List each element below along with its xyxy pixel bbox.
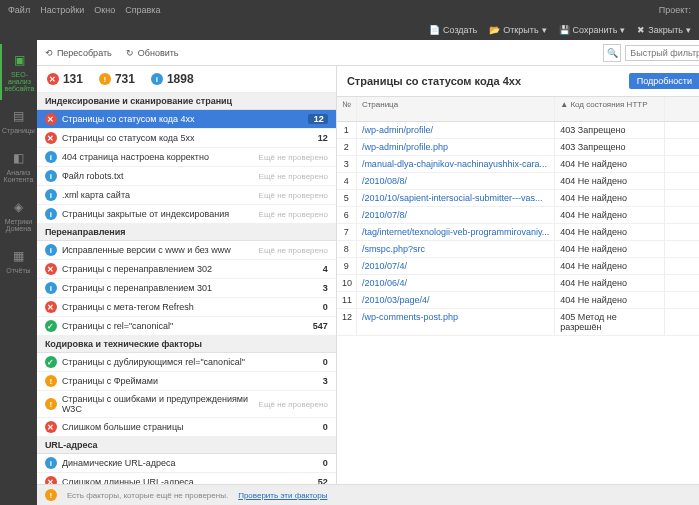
cell-url: /tag/internet/texnologii-veb-programmiro… (357, 224, 555, 240)
cell-n: 4 (337, 173, 357, 189)
cell-url: /2010/06/4/ (357, 275, 555, 291)
col-page[interactable]: Страница (357, 97, 555, 121)
page-link[interactable]: /wp-admin/profile.php (362, 142, 448, 152)
cell-status: 405 Метод не разрешён (555, 309, 665, 335)
create-button[interactable]: 📄 Создать (429, 25, 477, 35)
factor-row[interactable]: ✕Страницы со статусом кода 4xx12 (37, 110, 336, 129)
table-row[interactable]: 6 /2010/07/8/ 404 Не найдено 0 (337, 207, 699, 224)
rescan-icon: ⟲ (45, 48, 53, 58)
search-input[interactable] (625, 45, 699, 61)
table-row[interactable]: 7 /tag/internet/texnologii-veb-programmi… (337, 224, 699, 241)
factor-row[interactable]: i404 страница настроена корректноЕщё не … (37, 148, 336, 167)
page-link[interactable]: /2010/03/page/4/ (362, 295, 430, 305)
refresh-icon: ↻ (126, 48, 134, 58)
factor-row[interactable]: ✕Слишком большие страницы0 (37, 418, 336, 437)
factor-label: Страницы с мета-тегом Refresh (62, 302, 303, 312)
status-icon: ✓ (45, 320, 57, 332)
cell-n: 12 (337, 309, 357, 335)
file-toolbar: 📄 Создать 📂 Открыть ▾ 💾 Сохранить ▾ ✖ За… (0, 20, 699, 40)
sidebar-seo[interactable]: ▣SEO-анализ вебсайта (0, 44, 37, 100)
table-row[interactable]: 1 /wp-admin/profile/ 403 Запрещено 0 (337, 122, 699, 139)
table-row[interactable]: 10 /2010/06/4/ 404 Не найдено 0 (337, 275, 699, 292)
status-icon: i (45, 208, 57, 220)
sidebar-reports[interactable]: ▦Отчёты (0, 240, 37, 282)
factor-count: 3 (308, 376, 328, 386)
table-row[interactable]: 11 /2010/03/page/4/ 404 Не найдено 0 (337, 292, 699, 309)
sidebar: ▣SEO-анализ вебсайта ▤Страницы ◧Анализ К… (0, 40, 37, 505)
menu-window[interactable]: Окно (94, 5, 115, 15)
domain-icon: ◈ (10, 199, 26, 215)
sidebar-domain[interactable]: ◈Метрики Домена (0, 191, 37, 240)
table-row[interactable]: 3 /manual-dlya-chajnikov-nachinayushhix-… (337, 156, 699, 173)
open-button[interactable]: 📂 Открыть ▾ (489, 25, 546, 35)
factor-row[interactable]: iФайл robots.txtЕщё не проверено (37, 167, 336, 186)
cell-inlinks: 0 (665, 156, 699, 172)
not-checked-hint: Ещё не проверено (259, 172, 328, 181)
table-row[interactable]: 2 /wp-admin/profile.php 403 Запрещено 0 (337, 139, 699, 156)
page-link[interactable]: /2010/07/8/ (362, 210, 407, 220)
status-icon: i (45, 151, 57, 163)
warning-count: 731 (115, 72, 135, 86)
factor-row[interactable]: iДинамические URL-адреса0 (37, 454, 336, 473)
status-icon: ✕ (45, 301, 57, 313)
cell-status: 404 Не найдено (555, 224, 665, 240)
cell-inlinks: 0 (665, 173, 699, 189)
factor-count: 0 (308, 458, 328, 468)
col-n[interactable]: № (337, 97, 357, 121)
page-link[interactable]: /manual-dlya-chajnikov-nachinayushhix-ca… (362, 159, 547, 169)
cell-url: /wp-admin/profile/ (357, 122, 555, 138)
table-row[interactable]: 12 /wp-comments-post.php 405 Метод не ра… (337, 309, 699, 336)
search-icon[interactable]: 🔍 (603, 44, 621, 62)
page-link[interactable]: /2010/08/8/ (362, 176, 407, 186)
cell-inlinks: 0 (665, 224, 699, 240)
factor-count: 0 (308, 422, 328, 432)
cell-status: 404 Не найдено (555, 241, 665, 257)
refresh-button[interactable]: ↻Обновить (126, 48, 179, 58)
factor-row[interactable]: !Страницы с Фреймами3 (37, 372, 336, 391)
check-factors-link[interactable]: Проверить эти факторы (238, 491, 327, 500)
factor-row[interactable]: ✕Страницы с перенаправлением 3024 (37, 260, 336, 279)
page-link[interactable]: /wp-admin/profile/ (362, 125, 433, 135)
page-link[interactable]: /2010/07/4/ (362, 261, 407, 271)
save-button[interactable]: 💾 Сохранить ▾ (559, 25, 626, 35)
reports-icon: ▦ (10, 248, 26, 264)
cell-url: /manual-dlya-chajnikov-nachinayushhix-ca… (357, 156, 555, 172)
menu-file[interactable]: Файл (8, 5, 30, 15)
cell-url: /2010/08/8/ (357, 173, 555, 189)
group-header: Кодировка и технические факторы (37, 336, 336, 353)
project-label: Проект: (659, 5, 691, 15)
group-header: Перенаправления (37, 224, 336, 241)
factor-row[interactable]: ✓Страницы с rel="canonical"547 (37, 317, 336, 336)
page-link[interactable]: /tag/internet/texnologii-veb-programmiro… (362, 227, 549, 237)
page-link[interactable]: /smspc.php?src (362, 244, 425, 254)
factor-row[interactable]: ✕Слишком длинные URL-адреса52 (37, 473, 336, 484)
cell-inlinks: 0 (665, 275, 699, 291)
factor-row[interactable]: ✕Страницы с мета-тегом Refresh0 (37, 298, 336, 317)
table-row[interactable]: 5 /2010/10/sapient-intersocial-submitter… (337, 190, 699, 207)
sidebar-pages[interactable]: ▤Страницы (0, 100, 37, 142)
table-row[interactable]: 4 /2010/08/8/ 404 Не найдено 0 (337, 173, 699, 190)
factor-row[interactable]: ✓Страницы с дублирующимся rel="canonical… (37, 353, 336, 372)
col-inlinks[interactable]: Внутренние ссылки на страницу (665, 97, 699, 121)
factor-row[interactable]: ✕Страницы со статусом кода 5xx12 (37, 129, 336, 148)
factor-row[interactable]: iСтраницы с перенаправлением 3013 (37, 279, 336, 298)
page-link[interactable]: /wp-comments-post.php (362, 312, 458, 322)
page-link[interactable]: /2010/10/sapient-intersocial-submitter--… (362, 193, 543, 203)
col-status[interactable]: ▲ Код состояния HTTP (555, 97, 665, 121)
close-button[interactable]: ✖ Закрыть ▾ (637, 25, 691, 35)
sidebar-content[interactable]: ◧Анализ Контента (0, 142, 37, 191)
factor-row[interactable]: iИсправленные версии с www и без wwwЕщё … (37, 241, 336, 260)
menu-help[interactable]: Справка (125, 5, 160, 15)
details-button[interactable]: Подробности (629, 73, 699, 89)
factor-label: Страницы со статусом кода 4xx (62, 114, 303, 124)
table-row[interactable]: 9 /2010/07/4/ 404 Не найдено 0 (337, 258, 699, 275)
factor-row[interactable]: i.xml карта сайтаЕщё не проверено (37, 186, 336, 205)
menu-settings[interactable]: Настройки (40, 5, 84, 15)
factor-row[interactable]: iСтраницы закрытые от индексированияЕщё … (37, 205, 336, 224)
menu-bar: Файл Настройки Окно Справка Проект: (0, 0, 699, 20)
table-row[interactable]: 8 /smspc.php?src 404 Не найдено 0 (337, 241, 699, 258)
factor-row[interactable]: !Страницы с ошибками и предупреждениями … (37, 391, 336, 418)
rescan-button[interactable]: ⟲Пересобрать (45, 48, 112, 58)
page-link[interactable]: /2010/06/4/ (362, 278, 407, 288)
cell-n: 2 (337, 139, 357, 155)
